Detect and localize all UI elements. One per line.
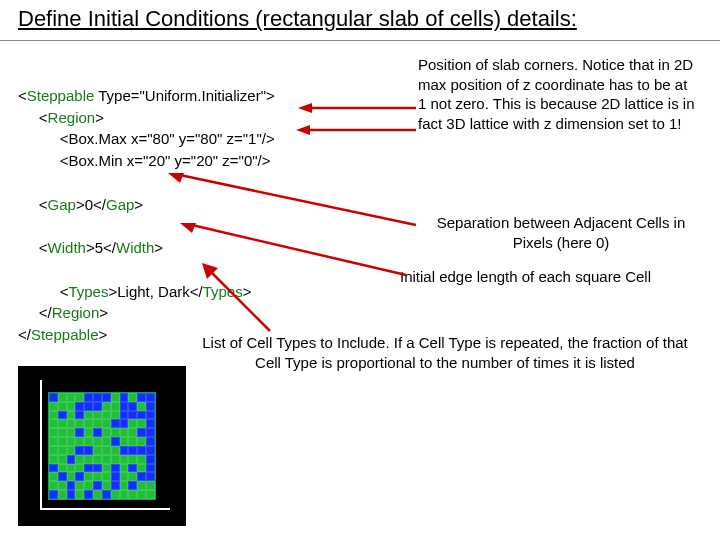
grid-cell [84, 402, 93, 411]
grid-cell [58, 419, 67, 428]
grid-cell [102, 428, 111, 437]
grid-cell [128, 464, 137, 473]
grid-cell [67, 419, 76, 428]
grid-cell [146, 446, 155, 455]
grid-cell [120, 437, 129, 446]
grid-cell [146, 402, 155, 411]
grid-cell [67, 411, 76, 420]
code-line-boxmax: <Box.Max x="80" y="80" z="1"/> [18, 130, 275, 147]
grid-cell [84, 428, 93, 437]
grid-cell [67, 455, 76, 464]
xml-code-block: <Steppable Type="Uniform.Initializer"> <… [18, 63, 275, 368]
grid-cell [49, 428, 58, 437]
code-line-gap: <Gap>0</Gap> [18, 196, 143, 213]
grid-cell [128, 490, 137, 499]
grid-cell [58, 411, 67, 420]
grid-cell [58, 464, 67, 473]
grid-cell [93, 428, 102, 437]
grid-cell [146, 490, 155, 499]
grid-cell [93, 472, 102, 481]
grid-cell [67, 446, 76, 455]
grid-cell [84, 490, 93, 499]
grid-cell [93, 464, 102, 473]
grid-cell [75, 402, 84, 411]
grid-cell [49, 393, 58, 402]
grid-cell [67, 428, 76, 437]
svg-marker-3 [296, 125, 310, 135]
grid-cell [75, 490, 84, 499]
grid-cell [137, 446, 146, 455]
grid-cell [75, 455, 84, 464]
grid-cell [49, 411, 58, 420]
grid-cell [75, 393, 84, 402]
grid-cell [111, 472, 120, 481]
grid-cell [146, 464, 155, 473]
grid-cell [84, 393, 93, 402]
grid-cell [146, 411, 155, 420]
grid-cell [102, 437, 111, 446]
grid-cell [137, 464, 146, 473]
grid-cell [120, 419, 129, 428]
grid-cell [128, 428, 137, 437]
grid-cell [67, 437, 76, 446]
arrow-boxmin [296, 123, 418, 137]
grid-cell [111, 419, 120, 428]
grid-cell [137, 455, 146, 464]
grid-cell [146, 393, 155, 402]
grid-cell [67, 464, 76, 473]
grid-cell [93, 411, 102, 420]
grid-cell [93, 446, 102, 455]
grid-cell [58, 437, 67, 446]
grid-cell [84, 464, 93, 473]
page-title: Define Initial Conditions (rectangular s… [0, 0, 720, 41]
grid-cell [120, 428, 129, 437]
grid-cell [58, 455, 67, 464]
grid-cell [75, 411, 84, 420]
grid-cell [102, 393, 111, 402]
grid-cell [128, 402, 137, 411]
grid-cell [102, 472, 111, 481]
grid-cell [146, 481, 155, 490]
grid-cell [67, 481, 76, 490]
grid-cell [128, 455, 137, 464]
grid-cell [58, 481, 67, 490]
grid-cell [102, 464, 111, 473]
grid-cell [102, 455, 111, 464]
grid-cell [93, 490, 102, 499]
grid-cell [49, 419, 58, 428]
grid-cell [128, 437, 137, 446]
grid-cell [128, 411, 137, 420]
grid-cell [49, 455, 58, 464]
grid-cell [75, 419, 84, 428]
grid-cell [120, 464, 129, 473]
grid-cell [111, 446, 120, 455]
grid-cell [58, 402, 67, 411]
code-line-region-open: <Region> [18, 109, 104, 126]
note-cell-types: List of Cell Types to Include. If a Cell… [190, 333, 700, 372]
grid-cell [58, 446, 67, 455]
grid-cell [146, 437, 155, 446]
grid-cell [93, 393, 102, 402]
grid-cell [84, 472, 93, 481]
grid-cell [58, 393, 67, 402]
grid-cell [128, 419, 137, 428]
note-separation: Separation between Adjacent Cells in Pix… [416, 213, 706, 252]
grid-cell [146, 472, 155, 481]
code-line-region-close: </Region> [18, 304, 108, 321]
grid-cell [111, 464, 120, 473]
grid-cell [75, 481, 84, 490]
code-line-width: <Width>5</Width> [18, 239, 163, 256]
grid-cell [111, 490, 120, 499]
grid-cell [49, 490, 58, 499]
code-line-steppable-close: </Steppable> [18, 326, 107, 343]
grid-cell [93, 455, 102, 464]
grid-cell [128, 446, 137, 455]
svg-marker-1 [298, 103, 312, 113]
grid-cell [84, 419, 93, 428]
grid-cell [137, 428, 146, 437]
grid-cell [93, 419, 102, 428]
grid-cell [137, 419, 146, 428]
grid-cell [111, 428, 120, 437]
grid-cell [93, 437, 102, 446]
simulation-thumbnail [18, 366, 186, 526]
